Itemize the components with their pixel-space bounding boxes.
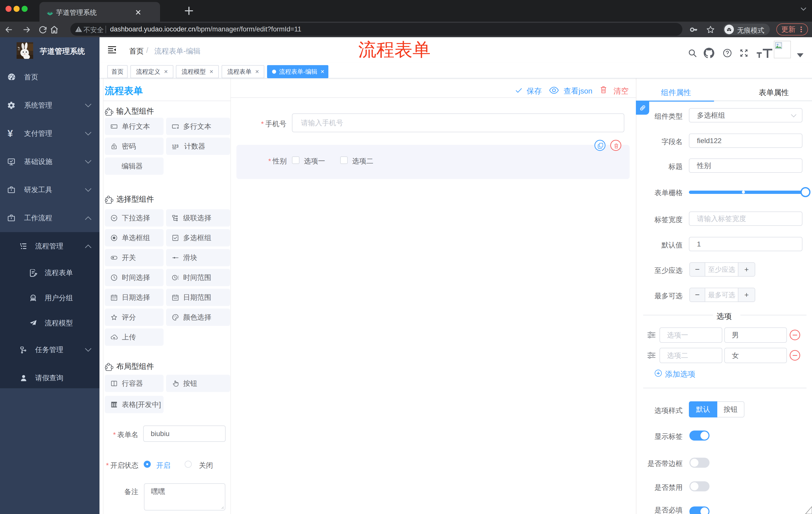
svg-text:123: 123 [172, 144, 179, 148]
